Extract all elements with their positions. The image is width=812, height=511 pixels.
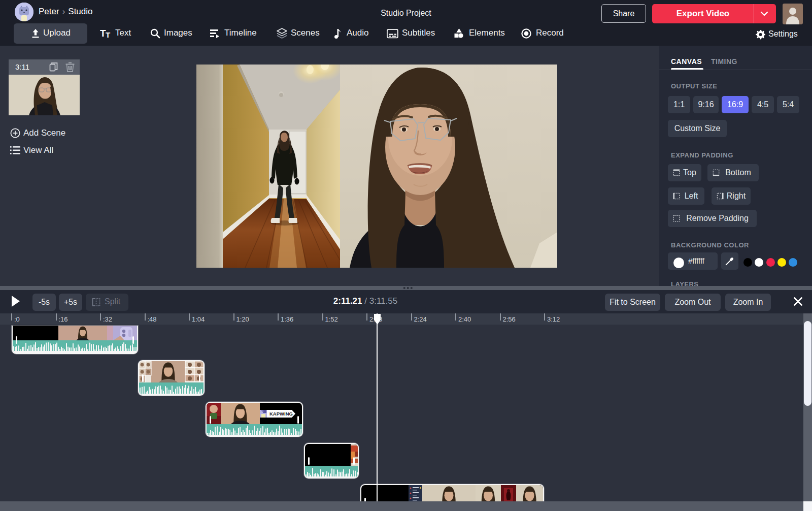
svg-text:T: T <box>106 30 110 39</box>
svg-text:KAPWING: KAPWING <box>269 411 293 417</box>
